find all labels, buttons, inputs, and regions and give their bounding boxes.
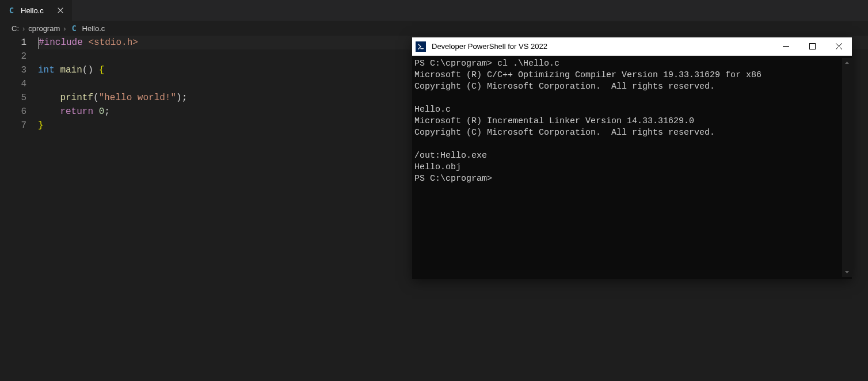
powershell-title: Developer PowerShell for VS 2022 — [432, 42, 772, 51]
breadcrumb-drive[interactable]: C: — [12, 24, 19, 33]
c-file-icon: C — [70, 24, 79, 33]
line-number: 5 — [0, 91, 26, 105]
line-number: 7 — [0, 119, 26, 132]
window-controls — [772, 37, 852, 56]
line-number: 4 — [0, 77, 26, 91]
maximize-button[interactable] — [799, 37, 825, 56]
breadcrumb: C: › cprogram › C Hello.c — [0, 21, 868, 36]
breadcrumb-file-label: Hello.c — [82, 24, 105, 33]
chevron-right-icon: › — [63, 24, 66, 33]
chevron-right-icon: › — [22, 24, 25, 33]
scroll-up-icon[interactable] — [842, 58, 852, 68]
powershell-body[interactable]: PS C:\cprogram> cl .\Hello.c Microsoft (… — [412, 56, 852, 279]
line-number: 2 — [0, 49, 26, 63]
line-number: 3 — [0, 63, 26, 77]
c-file-icon: C — [7, 6, 16, 15]
tab-hello-c[interactable]: C Hello.c — [0, 0, 72, 21]
line-number-gutter: 1234567 — [0, 36, 38, 132]
scroll-down-icon[interactable] — [842, 267, 852, 277]
tab-label: Hello.c — [21, 6, 44, 15]
scrollbar[interactable] — [842, 58, 852, 277]
powershell-output: PS C:\cprogram> cl .\Hello.c Microsoft (… — [414, 58, 842, 277]
powershell-icon — [416, 41, 426, 52]
line-number: 6 — [0, 105, 26, 119]
breadcrumb-folder[interactable]: cprogram — [28, 24, 60, 33]
svg-rect-0 — [809, 44, 815, 49]
breadcrumb-file[interactable]: C Hello.c — [70, 24, 105, 33]
powershell-window: Developer PowerShell for VS 2022 PS C:\c… — [412, 37, 852, 279]
tab-bar: C Hello.c — [0, 0, 868, 21]
close-button[interactable] — [825, 37, 852, 56]
minimize-button[interactable] — [772, 37, 799, 56]
powershell-titlebar[interactable]: Developer PowerShell for VS 2022 — [412, 37, 852, 56]
line-number: 1 — [0, 36, 26, 49]
close-icon[interactable] — [55, 5, 66, 16]
